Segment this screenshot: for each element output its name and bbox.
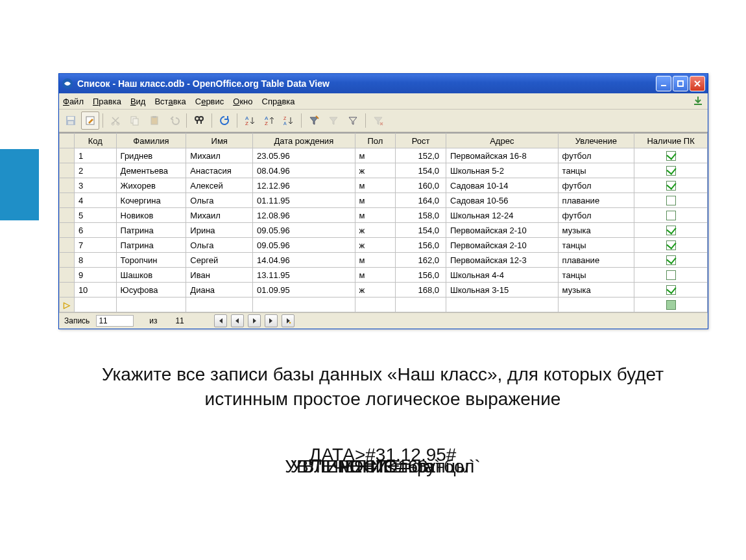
cell-birth[interactable]: 08.04.96 [253, 163, 355, 178]
cell-hobby[interactable]: танцы [558, 238, 634, 253]
cell-code[interactable]: 10 [74, 283, 116, 298]
nav-new-button[interactable] [282, 314, 295, 327]
cell-sex[interactable]: ж [355, 238, 396, 253]
cell-code[interactable]: 4 [74, 193, 116, 208]
cell-birth[interactable]: 01.11.95 [253, 193, 355, 208]
row-selector[interactable] [60, 193, 75, 208]
cell-surname[interactable]: Гриднев [116, 148, 186, 163]
cell-surname[interactable]: Дементьева [116, 163, 186, 178]
col-height[interactable]: Рост [396, 134, 446, 148]
table-row[interactable]: 4КочергинаОльга01.11.95м164,0Садовая 10-… [60, 193, 708, 208]
cell-address[interactable]: Первомайская 2-10 [446, 223, 559, 238]
checkbox-icon[interactable] [666, 240, 676, 250]
sort-button[interactable]: ZA [280, 111, 298, 130]
cell-code[interactable]: 6 [74, 223, 116, 238]
cell-sex[interactable]: м [355, 268, 396, 283]
row-selector[interactable]: ▷ [60, 298, 75, 312]
remove-filter-button[interactable] [369, 111, 387, 130]
record-current[interactable]: 11 [96, 315, 134, 327]
checkbox-icon[interactable] [666, 151, 676, 161]
cell-hobby[interactable]: музыка [558, 283, 634, 298]
new-record-row[interactable]: ▷ [60, 298, 708, 312]
undo-button[interactable] [165, 111, 183, 130]
table-row[interactable]: 10ЮсуфоваДиана01.09.95ж168,0Школьная 3-1… [60, 283, 708, 298]
cell-surname[interactable]: Новиков [116, 208, 186, 223]
row-selector-header[interactable] [60, 134, 75, 148]
cell-birth[interactable]: 09.05.96 [253, 223, 355, 238]
menu-insert[interactable]: Вставка [154, 97, 186, 106]
cell-code[interactable]: 3 [74, 178, 116, 193]
cell-height[interactable]: 152,0 [396, 148, 446, 163]
cell-code[interactable]: 1 [74, 148, 116, 163]
cell-code[interactable]: 8 [74, 253, 116, 268]
close-button[interactable] [690, 76, 705, 91]
cell-name[interactable]: Иван [186, 268, 253, 283]
col-code[interactable]: Код [74, 134, 116, 148]
cell-hobby[interactable]: футбол [558, 178, 634, 193]
cell-hobby[interactable]: футбол [558, 208, 634, 223]
menu-tools[interactable]: Сервис [195, 97, 224, 106]
checkbox-icon[interactable] [666, 181, 676, 191]
cell-height[interactable]: 168,0 [396, 283, 446, 298]
cell-address[interactable]: Школьная 5-2 [446, 163, 559, 178]
cell-sex[interactable]: ж [355, 163, 396, 178]
checkbox-icon[interactable] [666, 285, 676, 295]
cell-name[interactable]: Ольга [186, 238, 253, 253]
find-button[interactable] [190, 111, 208, 130]
cell-sex[interactable]: м [355, 148, 396, 163]
cell-address[interactable]: Школьная 3-15 [446, 283, 559, 298]
checkbox-icon[interactable] [666, 300, 676, 310]
cell-birth[interactable]: 13.11.95 [253, 268, 355, 283]
col-surname[interactable]: Фамилия [116, 134, 186, 148]
cell-pc[interactable] [634, 163, 708, 178]
cell-address[interactable]: Первомайская 12-3 [446, 253, 559, 268]
cell-pc[interactable] [634, 193, 708, 208]
cell-pc[interactable] [634, 148, 708, 163]
cell-address[interactable]: Школьная 12-24 [446, 208, 559, 223]
cell-name[interactable]: Михаил [186, 208, 253, 223]
cell-name[interactable]: Сергей [186, 253, 253, 268]
cell-surname[interactable]: Юсуфова [116, 283, 186, 298]
nav-prev-button[interactable] [231, 314, 244, 327]
cell-address[interactable]: Садовая 10-56 [446, 193, 559, 208]
download-icon[interactable] [692, 95, 704, 107]
sort-desc-button[interactable]: AZ [260, 111, 278, 130]
cell-birth[interactable]: 14.04.96 [253, 253, 355, 268]
cell-pc[interactable] [634, 238, 708, 253]
cell-address[interactable]: Школьная 4-4 [446, 268, 559, 283]
cell-name[interactable]: Анастасия [186, 163, 253, 178]
table-row[interactable]: 2ДементьеваАнастасия08.04.96ж154,0Школьн… [60, 163, 708, 178]
table-row[interactable]: 7ПатринаОльга09.05.96ж156,0Первомайская … [60, 238, 708, 253]
default-filter-button[interactable] [344, 111, 362, 130]
cell-name[interactable]: Ольга [186, 193, 253, 208]
row-selector[interactable] [60, 283, 75, 298]
row-selector[interactable] [60, 163, 75, 178]
cell-birth[interactable]: 12.12.96 [253, 178, 355, 193]
cell-pc[interactable] [634, 253, 708, 268]
cell-height[interactable]: 158,0 [396, 208, 446, 223]
save-button[interactable] [62, 111, 80, 130]
cell-surname[interactable]: Патрина [116, 223, 186, 238]
cell-code[interactable]: 7 [74, 238, 116, 253]
cell-surname[interactable]: Жихорев [116, 178, 186, 193]
menu-file[interactable]: Файл [63, 97, 84, 106]
cell-surname[interactable]: Кочергина [116, 193, 186, 208]
cut-button[interactable] [106, 111, 125, 130]
cell-name[interactable]: Алексей [186, 178, 253, 193]
edit-button[interactable] [81, 111, 99, 130]
table-row[interactable]: 8ТоропчинСергей14.04.96м162,0Первомайска… [60, 253, 708, 268]
col-pc[interactable]: Наличие ПК [634, 134, 708, 148]
cell-sex[interactable]: м [355, 193, 396, 208]
table-row[interactable]: 6ПатринаИрина09.05.96ж154,0Первомайская … [60, 223, 708, 238]
menu-window[interactable]: Окно [233, 97, 252, 106]
cell-code[interactable]: 2 [74, 163, 116, 178]
refresh-button[interactable] [215, 111, 234, 130]
cell-pc[interactable] [634, 283, 708, 298]
row-selector[interactable] [60, 208, 75, 223]
cell-code[interactable]: 9 [74, 268, 116, 283]
nav-first-button[interactable] [214, 314, 227, 327]
row-selector[interactable] [60, 253, 75, 268]
checkbox-icon[interactable] [666, 226, 676, 235]
col-birth[interactable]: Дата рождения [253, 134, 355, 148]
col-hobby[interactable]: Увлечение [558, 134, 634, 148]
